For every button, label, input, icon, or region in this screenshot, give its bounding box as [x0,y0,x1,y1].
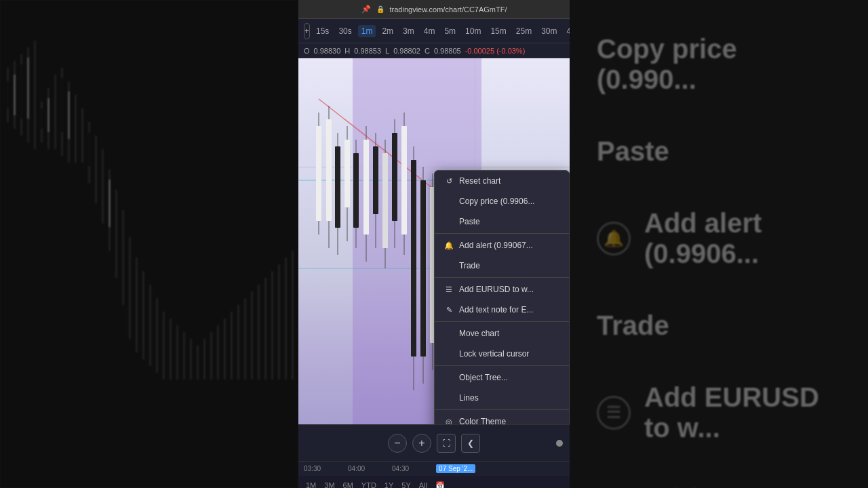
svg-rect-38 [197,346,199,380]
fit-icon: ⛶ [442,439,450,448]
period-1m[interactable]: 1M [302,480,319,488]
menu-item-add-text-note[interactable]: ✎ Add text note for E... [435,300,569,320]
move-chart-icon [444,329,454,338]
background-left [0,0,298,488]
svg-rect-35 [176,325,178,380]
zoom-in-button[interactable]: + [412,434,431,453]
timeframe-5m[interactable]: 5m [441,25,459,37]
menu-item-copy-price[interactable]: Copy price (0.9906... [435,191,569,211]
menu-item-lines[interactable]: Lines [435,388,569,408]
plus-icon: + [418,437,425,449]
chart-canvas[interactable]: ↺ Reset chart Copy price (0.9906... Past… [298,58,570,424]
svg-rect-65 [344,140,350,207]
menu-item-object-tree[interactable]: Object Tree... [435,367,569,388]
timeframe-10m[interactable]: 10m [462,25,484,37]
trade-icon [444,261,454,270]
bg-alert-icon: 🔔 [597,222,631,256]
menu-item-reset-chart[interactable]: ↺ Reset chart [435,171,569,191]
svg-rect-52 [292,251,294,380]
svg-rect-73 [382,153,388,248]
period-3m[interactable]: 3M [321,480,338,488]
svg-rect-36 [183,332,185,380]
color-theme-icon: ◎ [444,417,454,424]
period-all[interactable]: All [416,480,431,488]
menu-item-paste[interactable]: Paste [435,211,569,232]
time-label-0400: 04:00 [348,465,365,472]
menu-item-add-watchlist[interactable]: ☰ Add EURUSD to w... [435,279,569,300]
add-alert-icon: 🔔 [444,241,454,250]
svg-rect-8 [34,41,36,149]
menu-item-lock-cursor[interactable]: Lock vertical cursor [435,344,569,364]
scroll-button[interactable]: ❮ [461,434,480,453]
svg-rect-27 [122,210,124,305]
zoom-out-button[interactable]: − [388,434,407,453]
lock-cursor-icon [444,349,454,359]
svg-rect-10 [41,108,43,129]
timeframe-3m[interactable]: 3m [399,25,418,37]
timeframe-30s[interactable]: 30s [335,25,355,37]
ohlc-open-label: O [304,47,310,55]
paste-icon [444,217,454,226]
menu-divider-2 [435,277,569,278]
menu-item-object-tree-label: Object Tree... [459,373,508,382]
timeframe-1m[interactable]: 1m [358,25,376,37]
chart-toolbar: + 15s 30s 1m 2m 3m 4m 5m 10m 15m 25m 30m… [298,19,570,43]
minus-icon: − [394,437,400,449]
bg-right-add-alert: 🔔 Add alert (0.9906... [597,188,841,290]
period-6m[interactable]: 6M [340,480,357,488]
menu-item-add-text-note-label: Add text note for E... [459,305,533,314]
plus-icon: + [304,26,309,36]
svg-rect-19 [81,108,83,163]
svg-rect-12 [47,98,50,132]
bg-right-note: ✎ Add text note for E... [597,464,841,488]
timeframe-30m[interactable]: 30m [538,25,560,37]
svg-rect-5 [20,64,22,119]
svg-rect-81 [420,180,426,357]
svg-rect-69 [363,140,369,235]
main-chart-area: 📌 🔒 tradingview.com/chart/CC7AGmTF/ + 15… [298,0,570,488]
svg-rect-41 [217,325,219,380]
svg-rect-13 [54,75,56,149]
svg-rect-50 [278,264,280,380]
menu-item-paste-label: Paste [459,217,480,226]
timeframe-15s[interactable]: 15s [313,25,332,37]
timeframe-2m[interactable]: 2m [378,25,397,37]
time-label-0430: 04:30 [392,465,409,472]
svg-rect-61 [326,119,332,221]
time-label-date: 07 Sep '2... [436,464,475,473]
timeframe-45m[interactable]: 45m [563,25,570,37]
menu-item-color-theme[interactable]: ◎ Color Theme [435,411,569,424]
svg-rect-21 [88,132,90,166]
period-calendar-icon[interactable]: 📅 [432,480,448,489]
svg-rect-75 [392,133,397,221]
period-ytd[interactable]: YTD [358,480,380,488]
menu-item-trade[interactable]: Trade [435,256,569,276]
timeframe-25m[interactable]: 25m [513,25,535,37]
context-menu: ↺ Reset chart Copy price (0.9906... Past… [434,170,570,424]
ohlc-bar: O 0.98830 H 0.98853 L 0.98802 C 0.98805 … [298,43,570,58]
period-5y[interactable]: 5Y [398,480,414,488]
svg-rect-67 [353,153,359,228]
ohlc-open-value: 0.98830 [314,47,341,55]
bg-watchlist-text: Add EURUSD to w... [644,382,841,443]
browser-favicon: 📌 [361,5,371,14]
period-1y[interactable]: 1Y [381,480,397,488]
menu-item-move-chart[interactable]: Move chart [435,323,569,344]
svg-rect-7 [27,58,29,119]
svg-rect-25 [108,180,111,227]
svg-rect-51 [285,258,287,380]
browser-lock-icon: 🔒 [376,5,384,13]
svg-rect-48 [264,278,267,380]
svg-rect-31 [149,285,151,366]
fit-button[interactable]: ⛶ [437,434,456,453]
watchlist-icon: ☰ [444,285,454,294]
svg-rect-15 [61,78,63,132]
svg-rect-46 [251,291,253,380]
timeframe-4m[interactable]: 4m [420,25,439,37]
svg-rect-26 [115,190,117,278]
svg-rect-49 [271,271,273,380]
svg-rect-45 [244,298,246,380]
add-indicator-button[interactable]: + [304,23,310,39]
timeframe-15m[interactable]: 15m [487,25,509,37]
menu-item-add-alert[interactable]: 🔔 Add alert (0.99067... [435,235,569,256]
